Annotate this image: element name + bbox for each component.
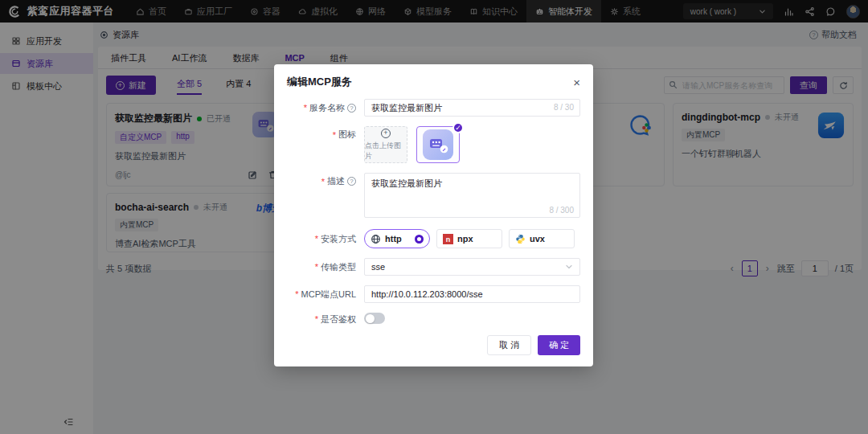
cancel-button[interactable]: 取 消 (487, 335, 531, 355)
required-asterisk: * (321, 177, 325, 186)
char-counter: 8 / 30 (554, 103, 574, 112)
field-label: 是否鉴权 (321, 313, 356, 326)
service-name-input[interactable] (364, 99, 580, 117)
python-icon (515, 234, 526, 244)
install-option-http[interactable]: http (364, 229, 430, 248)
service-icon-preview (423, 129, 453, 160)
field-label: MCP端点URL (301, 289, 356, 301)
radio-selected-icon (415, 235, 424, 244)
char-counter: 8 / 300 (549, 206, 574, 215)
question-icon: ? (347, 104, 356, 113)
npm-icon: n (443, 234, 453, 244)
description-textarea[interactable]: 获取监控最新图片 (364, 173, 580, 218)
required-asterisk: * (315, 262, 318, 272)
transport-type-select[interactable]: sse (364, 258, 580, 276)
required-asterisk: * (333, 130, 336, 140)
chevron-down-icon (565, 263, 573, 271)
install-option-npx[interactable]: n npx (436, 229, 502, 248)
auth-toggle[interactable] (364, 313, 385, 324)
modal-title: 编辑MCP服务 (287, 75, 352, 89)
required-asterisk: * (315, 234, 318, 244)
required-asterisk: * (295, 289, 298, 299)
required-asterisk: * (304, 103, 307, 113)
selected-transport: sse (371, 262, 385, 272)
confirm-button[interactable]: 确 定 (538, 335, 580, 355)
check-icon: ✓ (452, 122, 464, 133)
field-label: 服务名称 (309, 102, 345, 114)
edit-mcp-modal: 编辑MCP服务 × *服务名称? 8 / 30 *图标 + 点击上传图片 ✓ (274, 64, 593, 366)
upload-label: 点击上传图片 (365, 141, 407, 162)
install-option-uvx[interactable]: uvx (509, 229, 575, 248)
required-asterisk: * (315, 314, 318, 324)
field-label: 图标 (338, 129, 356, 141)
globe-icon (371, 234, 381, 244)
field-label: 安装方式 (321, 233, 356, 245)
endpoint-url-input[interactable] (364, 285, 580, 303)
field-label: 传输类型 (321, 261, 356, 273)
plus-circle-icon: + (381, 129, 391, 138)
field-label: 描述 (327, 175, 345, 187)
selected-icon-option[interactable]: ✓ (416, 126, 460, 163)
upload-image-button[interactable]: + 点击上传图片 (364, 126, 407, 163)
question-icon: ? (347, 177, 356, 186)
close-icon[interactable]: × (573, 76, 580, 88)
